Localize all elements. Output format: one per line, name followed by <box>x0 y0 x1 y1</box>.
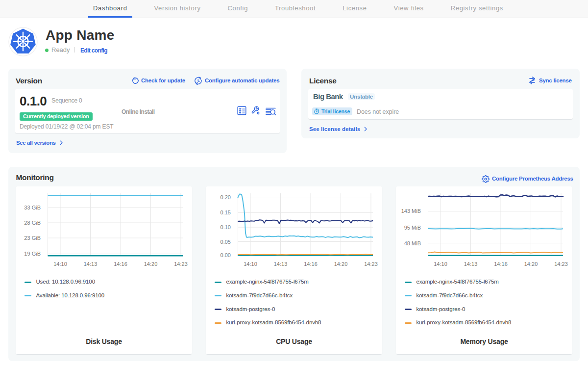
svg-text:23 GiB: 23 GiB <box>24 235 41 241</box>
svg-text:33 GiB: 33 GiB <box>24 205 41 210</box>
svg-text:0.10: 0.10 <box>220 224 231 230</box>
svg-text:14:16: 14:16 <box>304 261 318 267</box>
svg-text:28 GiB: 28 GiB <box>24 220 41 226</box>
svg-text:14:13: 14:13 <box>274 261 288 267</box>
svg-text:48 MiB: 48 MiB <box>404 240 421 246</box>
svg-text:0.05: 0.05 <box>220 239 231 245</box>
svg-text:14:20: 14:20 <box>524 261 538 267</box>
svg-text:14:20: 14:20 <box>334 261 348 267</box>
svg-text:143 MiB: 143 MiB <box>401 208 421 214</box>
svg-text:14:23: 14:23 <box>554 261 568 267</box>
svg-text:0.20: 0.20 <box>220 194 231 200</box>
svg-text:95 MiB: 95 MiB <box>404 225 421 231</box>
svg-text:14:10: 14:10 <box>53 261 67 267</box>
svg-text:14:13: 14:13 <box>464 261 478 267</box>
svg-text:14:23: 14:23 <box>174 261 188 267</box>
svg-text:14:13: 14:13 <box>84 261 98 267</box>
svg-text:14:10: 14:10 <box>244 261 257 267</box>
svg-text:14:10: 14:10 <box>434 261 447 267</box>
svg-text:0.15: 0.15 <box>220 209 231 215</box>
svg-text:14:16: 14:16 <box>114 261 127 267</box>
svg-text:19 GiB: 19 GiB <box>24 251 41 257</box>
svg-text:14:20: 14:20 <box>144 261 158 267</box>
svg-text:14:16: 14:16 <box>494 261 508 267</box>
svg-text:14:23: 14:23 <box>364 261 378 267</box>
svg-text:0.00: 0.00 <box>220 252 231 258</box>
